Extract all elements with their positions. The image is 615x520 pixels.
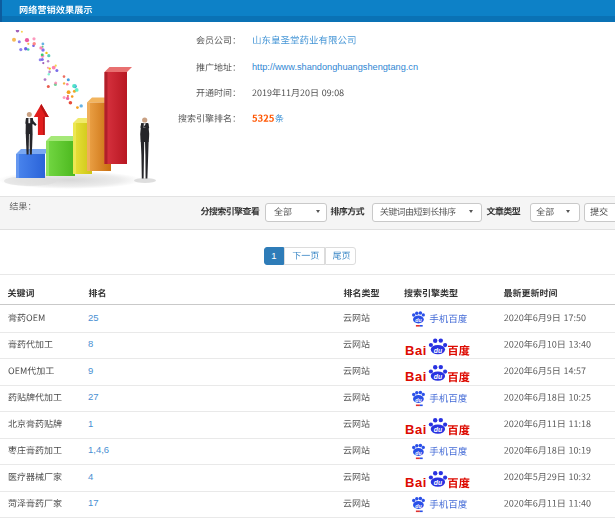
svg-text:du: du	[434, 347, 443, 354]
svg-text:du: du	[434, 479, 443, 486]
svg-text:du: du	[415, 317, 422, 323]
svg-text:du: du	[415, 450, 422, 456]
svg-text:du: du	[415, 397, 422, 403]
svg-text:du: du	[434, 426, 443, 433]
svg-text:du: du	[434, 373, 443, 380]
svg-text:du: du	[415, 503, 422, 509]
